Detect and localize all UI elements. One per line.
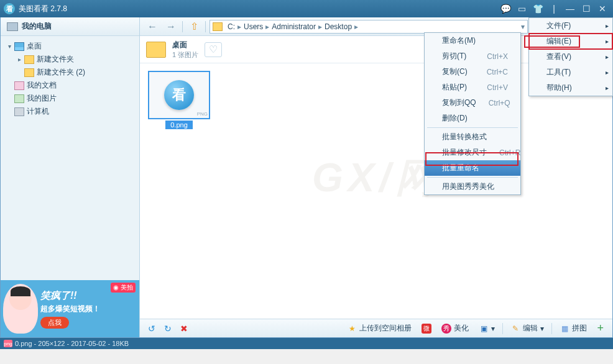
folder-icon (24, 68, 34, 77)
display-icon[interactable]: ▭ (515, 3, 528, 14)
file-ext-label: PNG (197, 111, 208, 117)
folder-name: 桌面 (172, 40, 198, 50)
file-type-icon: png (4, 340, 12, 347)
breadcrumb-part[interactable]: Desktop (323, 22, 353, 31)
collage-button[interactable]: ▦拼图 (557, 322, 589, 335)
thumbnail-area[interactable]: 看 PNG 0.png GX/网 (140, 63, 612, 319)
breadcrumb-part[interactable]: Users (242, 22, 264, 31)
minimize-button[interactable]: — (563, 3, 577, 14)
folder-icon (213, 22, 223, 31)
ad-line1: 笑疯了!! (40, 289, 100, 303)
forward-button[interactable]: → (164, 20, 178, 34)
thumbnail-image[interactable]: 看 PNG (148, 71, 210, 119)
delete-button[interactable]: ✖ (178, 323, 190, 334)
menu-file[interactable]: 文件(F)▸ (529, 18, 612, 34)
divider-icon: | (547, 3, 561, 14)
shirt-icon[interactable]: 👕 (531, 3, 545, 14)
pc-icon (14, 107, 24, 116)
sidebar-header[interactable]: 我的电脑 (1, 17, 139, 36)
tree-item-documents[interactable]: 我的文档 (3, 79, 137, 92)
pencil-icon: ✎ (510, 324, 520, 334)
app-title: 美图看看 2.7.8 (19, 4, 499, 14)
documents-icon (14, 81, 24, 90)
weibo-icon: 微 (422, 324, 431, 334)
ad-avatar (3, 284, 38, 334)
folder-tree: ▾桌面 ▸新建文件夹 新建文件夹 (2) 我的文档 我的图片 计算机 (1, 36, 139, 280)
menu-batch-rename[interactable]: 批量重命名 (425, 160, 520, 176)
menu-edit[interactable]: 编辑(E)▸ (529, 34, 612, 49)
rotate-cw-button[interactable]: ↻ (162, 323, 173, 334)
tree-item-computer[interactable]: 计算机 (3, 105, 137, 118)
menu-batch-convert[interactable]: 批量转换格式 (425, 129, 520, 145)
xiuxiu-icon: 秀 (441, 324, 451, 334)
menu-view[interactable]: 查看(V)▸ (529, 49, 612, 65)
computer-icon (7, 22, 18, 31)
menu-help[interactable]: 帮助(H)▸ (529, 80, 612, 96)
breadcrumb-part[interactable]: Administrator (270, 22, 317, 31)
main-menu: 文件(F)▸ 编辑(E)▸ 查看(V)▸ 工具(T)▸ 帮助(H)▸ (528, 17, 613, 96)
crop-icon: ▣ (479, 324, 489, 334)
breadcrumb-dropdown-icon[interactable]: ▾ (521, 22, 525, 31)
advertisement[interactable]: 笑疯了!! 超多爆笑短视频！ 点我 ◉ 美拍 (1, 280, 139, 337)
folder-icon (146, 42, 166, 58)
app-icon: 看 (4, 3, 15, 14)
menu-batch-resize[interactable]: 批量修改尺寸Ctrl+R (425, 145, 520, 160)
back-button[interactable]: ← (145, 20, 160, 34)
close-button[interactable]: ✕ (596, 3, 609, 14)
tree-item-folder[interactable]: 新建文件夹 (2) (3, 66, 137, 79)
ad-button[interactable]: 点我 (40, 317, 69, 329)
watermark: GX/网 (312, 150, 440, 204)
edit-button[interactable]: ✎编辑▾ (508, 322, 546, 335)
menu-cut[interactable]: 剪切(T)Ctrl+X (425, 48, 520, 64)
desktop-icon (14, 42, 24, 51)
crop-button[interactable]: ▣▾ (476, 322, 497, 335)
breadcrumb-drive[interactable]: C: (226, 22, 236, 31)
menu-delete[interactable]: 删除(D) (425, 111, 520, 126)
menu-rename[interactable]: 重命名(M) (425, 33, 520, 48)
star-icon: ★ (347, 324, 357, 334)
beautify-button[interactable]: 秀美化 (439, 322, 471, 335)
tree-item-desktop[interactable]: ▾桌面 (3, 40, 137, 53)
upload-button[interactable]: ★上传到空间相册 (344, 322, 414, 335)
titlebar: 看 美图看看 2.7.8 💬 ▭ 👕 | — ☐ ✕ (0, 0, 613, 17)
edit-submenu: 重命名(M) 剪切(T)Ctrl+X 复制(C)Ctrl+C 粘贴(P)Ctrl… (424, 32, 521, 195)
up-button[interactable]: ⇧ (187, 20, 201, 34)
thumbnail-item[interactable]: 看 PNG 0.png (147, 71, 211, 129)
sidebar-header-label: 我的电脑 (22, 21, 52, 32)
add-button[interactable]: + (594, 321, 606, 336)
image-count: 1 张图片 (172, 50, 198, 60)
rotate-ccw-button[interactable]: ↺ (146, 323, 157, 334)
weibo-button[interactable]: 微 (419, 322, 434, 335)
menu-copy[interactable]: 复制(C)Ctrl+C (425, 64, 520, 80)
folder-icon (24, 55, 34, 64)
ad-line2: 超多爆笑短视频！ (40, 304, 100, 314)
menu-paste[interactable]: 粘贴(P)Ctrl+V (425, 80, 520, 95)
bottom-toolbar: ↺ ↻ ✖ ★上传到空间相册 微 秀美化 ▣▾ ✎编辑▾ ▦拼图 + (140, 319, 612, 337)
statusbar: png 0.png - 205×122 - 2017-05-02 - 18KB (0, 338, 613, 349)
chat-icon[interactable]: 💬 (499, 3, 512, 14)
image-badge: 看 (164, 80, 194, 110)
menu-xiuxiu[interactable]: 用美图秀秀美化 (425, 179, 520, 194)
thumbnail-filename: 0.png (165, 121, 193, 129)
menu-copy-qq[interactable]: 复制到QQCtrl+Q (425, 95, 520, 111)
menu-tools[interactable]: 工具(T)▸ (529, 65, 612, 80)
tree-item-pictures[interactable]: 我的图片 (3, 92, 137, 105)
maximize-button[interactable]: ☐ (579, 3, 593, 14)
sidebar: 我的电脑 ▾桌面 ▸新建文件夹 新建文件夹 (2) 我的文档 我的图片 计算机 … (1, 17, 140, 337)
tree-item-folder[interactable]: ▸新建文件夹 (3, 53, 137, 66)
breadcrumb[interactable]: C:▸ Users▸ Administrator▸ Desktop▸ ▾ (210, 20, 528, 34)
favorite-button[interactable]: ♡ (205, 42, 222, 57)
status-text: 0.png - 205×122 - 2017-05-02 - 18KB (15, 340, 129, 347)
ad-tag: ◉ 美拍 (111, 283, 136, 293)
collage-icon: ▦ (560, 324, 569, 334)
pictures-icon (14, 94, 24, 103)
